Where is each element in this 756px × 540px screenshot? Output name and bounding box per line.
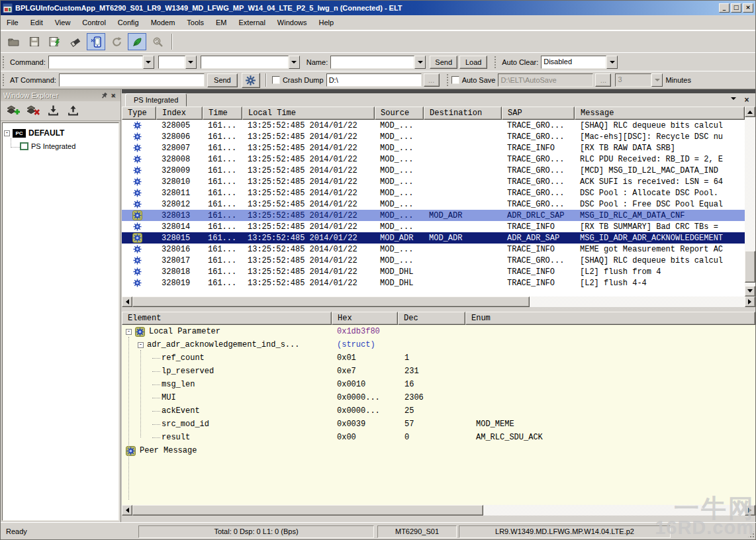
menu-em[interactable]: EM (210, 16, 233, 29)
detail-column-header-enum[interactable]: Enum (465, 312, 755, 325)
column-header-local-time[interactable]: Local Time (242, 107, 375, 120)
log-row-328010[interactable]: 328010161...13:25:52:485 2014/01/22MOD_.… (122, 176, 745, 187)
maximize-button[interactable]: □ (731, 3, 741, 13)
chevron-down-icon[interactable] (606, 56, 618, 69)
explorer-remove-window-button[interactable] (23, 103, 43, 120)
log-row-328019[interactable]: 328019161...13:25:52:485 2014/01/22MOD_D… (122, 277, 745, 289)
detail-row-mui[interactable]: MUI0x0000...2306 (122, 391, 755, 404)
menu-external[interactable]: External (233, 16, 271, 29)
crash-dump-browse-button[interactable]: ... (424, 73, 440, 87)
toolbar-send-phone-button[interactable] (87, 33, 105, 50)
auto-save-path-input[interactable]: D:\ELT\AutoSave (498, 73, 593, 87)
column-header-sap[interactable]: SAP (502, 107, 575, 120)
scrollbar-thumb[interactable] (745, 251, 755, 283)
tab-ps-integrated[interactable]: PS Integrated (125, 93, 187, 107)
log-row-328014[interactable]: 328014161...13:25:52:485 2014/01/22MOD_.… (122, 221, 745, 232)
close-button[interactable]: × (743, 3, 753, 13)
log-row-328018[interactable]: 328018161...13:25:52:485 2014/01/22MOD_D… (122, 266, 745, 277)
menu-help[interactable]: Help (312, 16, 340, 29)
detail-row-result[interactable]: result0x000AM_RLC_SDU_ACK (122, 431, 755, 444)
scrollbar-thumb[interactable] (132, 296, 530, 307)
log-row-328012[interactable]: 328012161...13:25:52:485 2014/01/22MOD_.… (122, 199, 745, 210)
collapse-icon[interactable]: - (126, 329, 132, 335)
menu-edit[interactable]: Edit (24, 16, 49, 29)
auto-save-checkbox[interactable] (451, 76, 459, 84)
scroll-up-icon[interactable] (745, 107, 755, 117)
detail-horizontal-scrollbar[interactable] (122, 505, 755, 516)
drag-grip[interactable] (494, 56, 497, 69)
collapse-icon[interactable]: - (4, 130, 10, 136)
tab-list-dropdown-icon[interactable] (729, 95, 738, 105)
command-param1-combo[interactable] (158, 56, 197, 69)
auto-clear-combo[interactable]: Disabled (541, 56, 618, 69)
menu-windows[interactable]: Windows (271, 16, 313, 29)
crash-dump-checkbox[interactable] (272, 76, 280, 84)
toolbar-save-export-button[interactable] (46, 33, 64, 50)
name-combo[interactable] (330, 56, 426, 69)
auto-save-browse-button[interactable]: ... (595, 73, 611, 87)
at-settings-button[interactable] (242, 73, 260, 88)
detail-row-ackevent[interactable]: ackEvent0x0000...25 (122, 404, 755, 418)
column-header-source[interactable]: Source (375, 107, 424, 120)
chevron-down-icon[interactable] (185, 56, 197, 69)
column-header-destination[interactable]: Destination (424, 107, 502, 120)
detail-row-msg-len[interactable]: msg_len0x001016 (122, 378, 755, 391)
scrollbar-thumb[interactable] (132, 505, 483, 516)
close-icon[interactable]: × (109, 91, 118, 100)
at-command-input[interactable] (59, 73, 205, 87)
detail-column-header-hex[interactable]: Hex (332, 312, 398, 325)
drag-grip[interactable] (2, 73, 5, 87)
log-row-328015[interactable]: 328015161...13:25:52:485 2014/01/22MOD_A… (122, 232, 745, 244)
menu-control[interactable]: Control (76, 16, 111, 29)
log-row-328009[interactable]: 328009161...13:25:52:485 2014/01/22MOD_.… (122, 165, 745, 176)
scroll-left-icon[interactable] (122, 296, 132, 307)
log-row-328008[interactable]: 328008161...13:25:52:485 2014/01/22MOD_.… (122, 154, 745, 165)
detail-row-src-mod-id[interactable]: src_mod_id0x003957MOD_MEME (122, 418, 755, 431)
menu-tools[interactable]: Tools (181, 16, 210, 29)
log-row-328011[interactable]: 328011161...13:25:52:485 2014/01/22MOD_.… (122, 187, 745, 199)
explorer-add-window-button[interactable] (3, 103, 23, 120)
log-row-328013[interactable]: 328013161...13:25:52:485 2014/01/22MOD_.… (122, 210, 745, 221)
command-load-button[interactable]: Load (459, 56, 487, 69)
log-row-328007[interactable]: 328007161...13:25:52:485 2014/01/22MOD_.… (122, 142, 745, 154)
drag-grip[interactable] (2, 56, 5, 69)
auto-save-interval-combo[interactable]: 3 (615, 73, 663, 87)
toolbar-eraser-button[interactable] (66, 33, 85, 50)
detail-row-lp-reserved[interactable]: lp_reserved0xe7231 (122, 365, 755, 378)
collapse-icon[interactable]: - (138, 342, 144, 348)
column-header-type[interactable]: Type (122, 107, 156, 120)
log-horizontal-scrollbar[interactable] (122, 296, 755, 307)
scroll-left-icon[interactable] (122, 505, 132, 516)
command-param2-combo[interactable] (201, 56, 300, 69)
explorer-import-button[interactable] (43, 103, 63, 120)
toolbar-refresh-button[interactable] (107, 33, 126, 50)
column-header-index[interactable]: Index (156, 107, 203, 120)
column-header-time[interactable]: Time (203, 107, 242, 120)
log-row-328016[interactable]: 328016161...13:25:52:485 2014/01/22MOD_.… (122, 244, 745, 255)
chevron-down-icon[interactable] (143, 56, 154, 69)
detail-row-ref-count[interactable]: ref_count0x011 (122, 351, 755, 365)
toolbar-open-folder-button[interactable] (5, 33, 23, 50)
toolbar-search-refresh-button[interactable] (148, 33, 167, 50)
log-row-328005[interactable]: 328005161...13:25:52:485 2014/01/22MOD_.… (122, 120, 745, 131)
scroll-right-icon[interactable] (745, 296, 755, 307)
explorer-export-button[interactable] (63, 103, 83, 120)
detail-column-header-element[interactable]: Element (122, 312, 332, 325)
at-send-button[interactable]: Send (207, 73, 238, 87)
log-row-328006[interactable]: 328006161...13:25:52:485 2014/01/22MOD_.… (122, 131, 745, 142)
minimize-button[interactable]: _ (719, 3, 730, 13)
menu-modem[interactable]: Modem (145, 16, 181, 29)
tree-node-default[interactable]: - PC DEFAULT (4, 127, 117, 139)
drag-grip[interactable] (446, 73, 449, 87)
resize-grip[interactable] (747, 530, 755, 539)
menu-file[interactable]: File (1, 16, 24, 29)
detail-row-local-parameter[interactable]: -Local Parameter0x1db3f80 (122, 325, 755, 338)
chevron-down-icon[interactable] (651, 73, 663, 87)
detail-row-peer-message[interactable]: Peer Message (122, 444, 755, 457)
tree-node-ps-integrated[interactable]: PS Integrated (4, 140, 117, 152)
toolbar-connect-button[interactable] (128, 33, 146, 50)
chevron-down-icon[interactable] (414, 56, 426, 69)
toolbar-save-button[interactable] (25, 33, 44, 50)
crash-dump-path-input[interactable]: D:\ (326, 73, 422, 87)
column-header-message[interactable]: Message (575, 107, 745, 120)
